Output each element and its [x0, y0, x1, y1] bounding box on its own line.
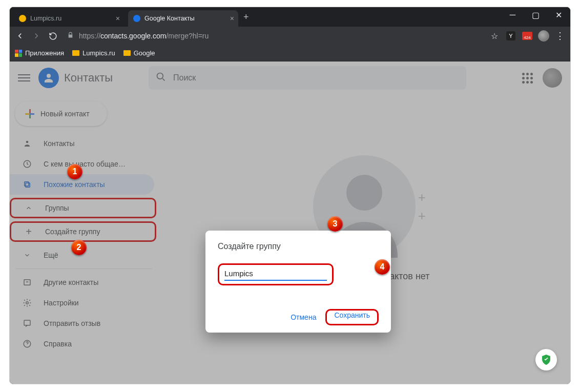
- bookmarks-bar: Приложения Lumpics.ru Google: [10, 45, 570, 61]
- close-tab-icon[interactable]: ×: [116, 15, 120, 22]
- adguard-badge-icon[interactable]: [535, 349, 557, 370]
- yandex-ext-icon[interactable]: Y: [504, 29, 518, 43]
- create-group-dialog: Создайте группу Отмена Сохранить: [205, 231, 391, 333]
- tabstrip: Lumpics.ru × Google Контакты × + ─ ▢ ✕: [10, 7, 570, 27]
- folder-icon: [123, 50, 131, 56]
- close-tab-icon[interactable]: ×: [230, 15, 234, 22]
- reload-button[interactable]: [46, 29, 60, 43]
- modal-overlay[interactable]: [10, 61, 570, 384]
- profile-avatar-icon[interactable]: [536, 29, 551, 43]
- browser-window: Lumpics.ru × Google Контакты × + ─ ▢ ✕: [9, 7, 571, 384]
- url-path: /merge?hl=ru: [166, 32, 209, 40]
- browser-menu-icon[interactable]: ⋮: [553, 29, 567, 43]
- annotation-marker-2: 2: [71, 240, 87, 255]
- address-bar: https://contacts.google.com/merge?hl=ru …: [10, 27, 570, 45]
- save-button[interactable]: Сохранить: [328, 307, 376, 323]
- annotation-marker-3: 3: [327, 216, 343, 232]
- bookmark-folder-google[interactable]: Google: [123, 49, 155, 57]
- favicon: [133, 15, 140, 22]
- close-window-button[interactable]: ✕: [547, 7, 570, 23]
- browser-tab-contacts[interactable]: Google Контакты ×: [128, 10, 238, 27]
- bookmark-apps[interactable]: Приложения: [15, 49, 64, 57]
- dialog-actions: Отмена Сохранить: [218, 309, 379, 325]
- favicon: [19, 15, 26, 22]
- lock-icon: [67, 32, 74, 40]
- gmail-ext-icon[interactable]: 424: [520, 29, 534, 43]
- bookmark-label: Приложения: [25, 49, 64, 57]
- url-host: contacts.google.com: [100, 32, 166, 40]
- apps-grid-icon: [15, 50, 22, 57]
- cancel-button[interactable]: Отмена: [284, 309, 322, 325]
- bookmark-star-icon[interactable]: ☆: [487, 29, 502, 43]
- new-tab-button[interactable]: +: [238, 12, 254, 23]
- window-controls: ─ ▢ ✕: [501, 7, 570, 23]
- page-viewport: Контакты Поиск Новый контакт Контакты: [10, 61, 570, 384]
- maximize-button[interactable]: ▢: [524, 7, 547, 23]
- annotation-marker-1: 1: [67, 164, 82, 179]
- folder-icon: [72, 50, 79, 56]
- bookmark-label: Google: [134, 49, 155, 57]
- browser-tab-lumpics[interactable]: Lumpics.ru ×: [14, 10, 124, 27]
- url-proto: https://: [79, 32, 100, 40]
- forward-button[interactable]: [29, 29, 44, 43]
- tab-title: Lumpics.ru: [30, 15, 61, 22]
- gmail-badge: 424: [524, 35, 530, 40]
- minimize-button[interactable]: ─: [501, 7, 524, 23]
- bookmark-folder-lumpics[interactable]: Lumpics.ru: [72, 49, 115, 57]
- group-name-input[interactable]: [224, 268, 327, 281]
- url-field[interactable]: https://contacts.google.com/merge?hl=ru: [62, 32, 485, 40]
- bookmark-label: Lumpics.ru: [82, 49, 115, 57]
- dialog-title: Создайте группу: [218, 242, 379, 251]
- annotation-marker-4: 4: [375, 259, 390, 275]
- back-button[interactable]: [13, 29, 27, 43]
- tab-title: Google Контакты: [144, 15, 195, 22]
